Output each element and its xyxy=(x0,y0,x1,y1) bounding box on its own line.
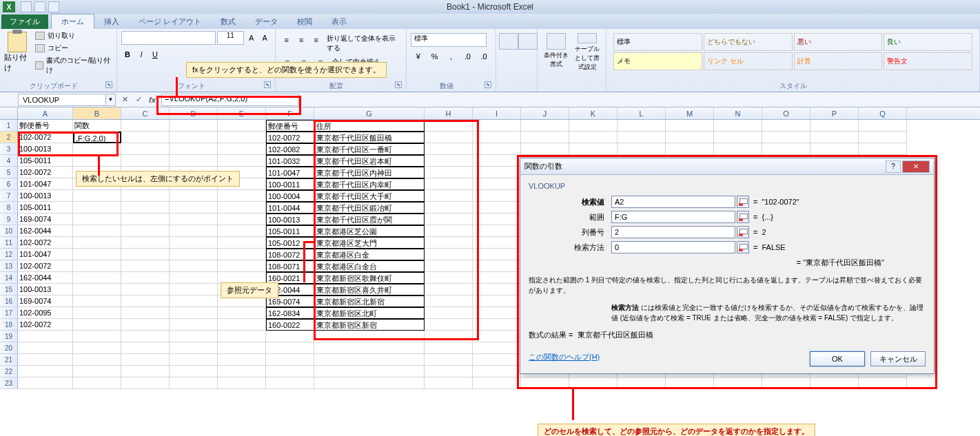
cell-H10[interactable] xyxy=(425,225,473,237)
cell-F20[interactable] xyxy=(266,342,314,354)
row-header-20[interactable]: 20 xyxy=(0,342,18,354)
clipboard-launcher[interactable]: ⬊ xyxy=(105,81,112,88)
cell-B11[interactable] xyxy=(73,237,121,249)
cell-C18[interactable] xyxy=(121,319,170,331)
percent-icon[interactable]: % xyxy=(427,50,442,63)
conditional-format-button[interactable]: 条件付き書式 xyxy=(542,33,571,72)
cell-K2[interactable] xyxy=(569,132,617,143)
format-painter-button[interactable]: 書式のコピー/貼り付け xyxy=(34,55,112,76)
cell-D3[interactable] xyxy=(170,143,218,155)
cell-B15[interactable] xyxy=(73,284,121,295)
cell-E18[interactable] xyxy=(218,319,266,331)
wrap-text-button[interactable]: 折り返して全体を表示する xyxy=(324,33,402,54)
cell-F19[interactable] xyxy=(266,331,314,342)
tab-layout[interactable]: ページ レイアウト xyxy=(129,14,211,29)
cell-D8[interactable] xyxy=(170,202,218,214)
cell-E1[interactable] xyxy=(218,120,266,132)
cell-D15[interactable] xyxy=(170,284,218,295)
cell-B18[interactable] xyxy=(73,319,121,331)
style-link[interactable]: リンク セル xyxy=(704,52,793,70)
cell-H9[interactable] xyxy=(425,214,473,225)
name-box-dropdown[interactable]: ▼ xyxy=(106,94,116,106)
dialog-help-button[interactable]: ? xyxy=(886,160,901,173)
col-header-G[interactable]: G xyxy=(314,107,425,119)
format-as-table-button[interactable]: テーブルとして書式設定 xyxy=(573,33,602,72)
cell-A19[interactable] xyxy=(18,331,73,342)
font-launcher[interactable]: ⬊ xyxy=(264,81,271,88)
cell-I4[interactable] xyxy=(473,155,521,167)
cell-A6[interactable]: 101-0047 xyxy=(18,178,73,190)
cell-D13[interactable] xyxy=(170,260,218,272)
cell-H11[interactable] xyxy=(425,237,473,249)
row-header-4[interactable]: 4 xyxy=(0,155,18,167)
cell-I1[interactable] xyxy=(473,120,521,132)
currency-icon[interactable]: ¥ xyxy=(411,50,426,63)
cell-H5[interactable] xyxy=(425,167,473,178)
cell-B9[interactable] xyxy=(73,214,121,225)
cell-I2[interactable] xyxy=(473,132,521,143)
cell-K1[interactable] xyxy=(569,120,617,132)
dlg-arg-input-2[interactable] xyxy=(611,226,735,238)
cell-C13[interactable] xyxy=(121,260,170,272)
cell-N2[interactable] xyxy=(714,132,762,143)
cell-K3[interactable] xyxy=(569,143,617,155)
cell-A23[interactable] xyxy=(18,377,73,389)
cell-D16[interactable] xyxy=(170,295,218,307)
style-calc[interactable]: 計算 xyxy=(794,52,883,70)
enter-formula-icon[interactable]: ✓ xyxy=(132,94,145,106)
cell-A1[interactable]: 郵便番号 xyxy=(18,120,73,132)
cell-I6[interactable] xyxy=(473,178,521,190)
cell-C10[interactable] xyxy=(121,225,170,237)
cell-B1[interactable]: 関数 xyxy=(73,120,121,132)
cell-I19[interactable] xyxy=(473,331,521,342)
underline-button[interactable]: U xyxy=(149,48,161,61)
style-bad[interactable]: 悪い xyxy=(794,33,883,51)
cell-A20[interactable] xyxy=(18,342,73,354)
cell-H8[interactable] xyxy=(425,202,473,214)
cell-C21[interactable] xyxy=(121,354,170,366)
row-header-5[interactable]: 5 xyxy=(0,167,18,178)
cell-H1[interactable] xyxy=(425,120,473,132)
cell-H13[interactable] xyxy=(425,260,473,272)
cell-J23[interactable] xyxy=(521,377,569,389)
align-top-icon[interactable]: ≡ xyxy=(280,33,293,47)
qat-save-icon[interactable] xyxy=(21,1,32,12)
cell-M23[interactable] xyxy=(666,377,714,389)
cell-L3[interactable] xyxy=(617,143,666,155)
font-family-select[interactable] xyxy=(121,31,216,45)
cell-F10[interactable]: 105-0011 xyxy=(266,225,314,237)
cell-C2[interactable] xyxy=(121,132,170,143)
col-header-B[interactable]: B xyxy=(73,107,121,119)
cell-B4[interactable] xyxy=(73,155,121,167)
cell-H21[interactable] xyxy=(425,354,473,366)
cell-P3[interactable] xyxy=(810,143,859,155)
cell-E9[interactable] xyxy=(218,214,266,225)
cell-G2[interactable]: 東京都千代田区飯田橋 xyxy=(314,132,425,143)
cell-N23[interactable] xyxy=(714,377,762,389)
tab-formulas[interactable]: 数式 xyxy=(211,14,245,29)
cell-H22[interactable] xyxy=(425,366,473,377)
cell-G11[interactable]: 東京都港区芝大門 xyxy=(314,237,425,249)
cell-E22[interactable] xyxy=(218,366,266,377)
cell-A3[interactable]: 100-0013 xyxy=(18,143,73,155)
row-header-1[interactable]: 1 xyxy=(0,120,18,132)
cell-M1[interactable] xyxy=(666,120,714,132)
cell-D17[interactable] xyxy=(170,307,218,319)
row-header-11[interactable]: 11 xyxy=(0,237,18,249)
cell-Q3[interactable] xyxy=(859,143,907,155)
row-header-23[interactable]: 23 xyxy=(0,377,18,389)
cell-D2[interactable] xyxy=(170,132,218,143)
cell-E19[interactable] xyxy=(218,331,266,342)
cell-I23[interactable] xyxy=(473,377,521,389)
qat-redo-icon[interactable] xyxy=(48,1,59,12)
cell-H16[interactable] xyxy=(425,295,473,307)
cell-B10[interactable] xyxy=(73,225,121,237)
cell-I5[interactable] xyxy=(473,167,521,178)
cell-C4[interactable] xyxy=(121,155,170,167)
cell-I13[interactable] xyxy=(473,260,521,272)
cell-G18[interactable]: 東京都新宿区新宿 xyxy=(314,319,425,331)
col-header-O[interactable]: O xyxy=(762,107,810,119)
bold-button[interactable]: B xyxy=(121,48,134,61)
cell-B13[interactable] xyxy=(73,260,121,272)
tab-data[interactable]: データ xyxy=(245,14,287,29)
